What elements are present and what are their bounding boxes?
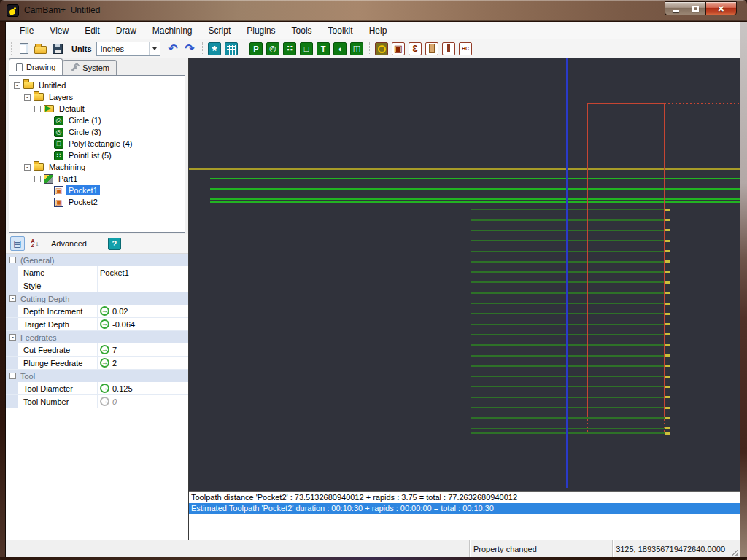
units-combobox[interactable]: Inches bbox=[96, 42, 160, 56]
property-value[interactable]: →0.125 bbox=[98, 382, 188, 394]
tree-item-pointlist-5-[interactable]: ∷PointList (5) bbox=[11, 149, 183, 161]
folder-icon bbox=[34, 93, 44, 101]
tree-item-untitled[interactable]: -Untitled bbox=[11, 79, 183, 91]
engrave-op-icon[interactable]: Ɛ bbox=[408, 42, 423, 56]
draw-arc-icon[interactable]: ◖ bbox=[333, 42, 348, 56]
draw-rectangle-icon[interactable]: □ bbox=[299, 42, 314, 56]
menu-item-edit[interactable]: Edit bbox=[77, 23, 108, 38]
menu-item-tools[interactable]: Tools bbox=[284, 23, 320, 38]
menu-item-plugins[interactable]: Plugins bbox=[239, 23, 283, 38]
tree-item-default[interactable]: -Default bbox=[11, 103, 183, 114]
draw-point-icon[interactable]: * bbox=[207, 42, 222, 56]
collapse-icon[interactable]: - bbox=[9, 373, 16, 379]
property-row-tool-diameter: Tool Diameter→0.125 bbox=[6, 382, 188, 395]
tree-item-part1[interactable]: -Part1 bbox=[11, 173, 183, 184]
collapse-icon[interactable]: - bbox=[34, 176, 41, 182]
property-value[interactable]: →0.02 bbox=[98, 305, 188, 317]
property-section--general-[interactable]: -(General) bbox=[6, 254, 188, 266]
menu-item-help[interactable]: Help bbox=[361, 23, 395, 38]
draw-text-icon[interactable]: T bbox=[316, 42, 331, 56]
redo-icon[interactable]: ↷ bbox=[182, 42, 198, 56]
collapse-icon[interactable]: - bbox=[24, 164, 31, 171]
maximize-button[interactable] bbox=[686, 1, 705, 15]
property-section-feedrates[interactable]: -Feedrates bbox=[6, 331, 188, 343]
tree-item-circle-3-[interactable]: ◎Circle (3) bbox=[11, 126, 183, 138]
caption-buttons: × bbox=[665, 1, 737, 15]
menu-item-machining[interactable]: Machining bbox=[144, 23, 201, 38]
collapse-icon[interactable]: - bbox=[14, 82, 20, 89]
folder-icon bbox=[23, 82, 34, 89]
tree-item-label: Part1 bbox=[56, 174, 80, 184]
pocket-op-icon[interactable]: ▣ bbox=[391, 42, 406, 56]
tree-item-circle-1-[interactable]: ◎Circle (1) bbox=[11, 114, 183, 126]
tree-item-polyrectangle-4-[interactable]: □PolyRectangle (4) bbox=[11, 138, 183, 149]
menu-item-draw[interactable]: Draw bbox=[108, 23, 144, 38]
window-frame-bottom bbox=[0, 557, 747, 560]
drill-op-icon[interactable] bbox=[425, 42, 440, 56]
minimize-button[interactable] bbox=[665, 1, 686, 15]
categorized-view-button[interactable]: ▤ bbox=[10, 236, 25, 251]
app-logo-icon bbox=[7, 4, 19, 17]
property-row-tool-number: Tool Number→0 bbox=[6, 395, 188, 408]
property-value[interactable]: →0 bbox=[98, 395, 188, 408]
save-file-icon[interactable] bbox=[50, 42, 65, 56]
tree-item-pocket2[interactable]: ▣Pocket2 bbox=[11, 196, 183, 208]
new-file-icon bbox=[20, 43, 28, 54]
alphabetical-sort-button[interactable]: AZ ↓ bbox=[28, 236, 42, 251]
property-toolbar-separator bbox=[98, 238, 98, 249]
property-value-text: 0.02 bbox=[112, 307, 128, 316]
property-section-cutting-depth[interactable]: -Cutting Depth bbox=[6, 292, 188, 305]
menu-item-script[interactable]: Script bbox=[201, 23, 239, 38]
tree-item-machining[interactable]: -Machining bbox=[11, 161, 183, 173]
pocket-op-icon: ▣ bbox=[392, 42, 405, 55]
maximize-icon bbox=[692, 6, 699, 12]
grid-icon[interactable] bbox=[224, 42, 239, 56]
toolbar-separator bbox=[244, 42, 244, 55]
new-file-icon[interactable] bbox=[16, 42, 31, 56]
property-value[interactable]: →7 bbox=[98, 343, 188, 356]
draw-circle-icon[interactable]: ◎ bbox=[266, 42, 281, 56]
open-file-icon[interactable] bbox=[33, 42, 48, 56]
property-value[interactable]: Pocket1 bbox=[98, 266, 188, 279]
tree-item-label: Pocket1 bbox=[66, 185, 100, 195]
property-value[interactable]: →-0.064 bbox=[98, 318, 188, 330]
titlebar[interactable]: CamBam+ Untitled × bbox=[0, 0, 747, 22]
pointlist-icon: ∷ bbox=[54, 151, 63, 160]
tree-item-layers[interactable]: -Layers bbox=[11, 91, 183, 103]
toolpath-canvas[interactable] bbox=[189, 58, 740, 491]
chevron-down-icon[interactable] bbox=[149, 42, 160, 55]
gcode-file-icon[interactable]: HC bbox=[458, 42, 473, 56]
resize-grip[interactable] bbox=[728, 540, 740, 557]
property-value[interactable]: →2 bbox=[98, 357, 188, 369]
polyrect-icon: □ bbox=[54, 139, 63, 149]
property-label: Plunge Feedrate bbox=[18, 357, 98, 369]
collapse-icon[interactable]: - bbox=[9, 334, 16, 341]
draw-surface-icon[interactable]: ◫ bbox=[349, 42, 365, 56]
property-section-tool[interactable]: -Tool bbox=[6, 370, 188, 382]
tab-system[interactable]: System bbox=[63, 60, 117, 75]
advanced-button[interactable]: Advanced bbox=[45, 239, 93, 248]
collapse-icon[interactable]: - bbox=[9, 257, 16, 263]
units-value: Inches bbox=[101, 44, 124, 53]
profile-op-icon[interactable] bbox=[441, 42, 457, 56]
menu-item-file[interactable]: File bbox=[12, 23, 42, 38]
undo-icon[interactable]: ↶ bbox=[166, 42, 181, 56]
property-section-label: (General) bbox=[20, 256, 54, 265]
menu-item-view[interactable]: View bbox=[42, 23, 77, 38]
property-label: Target Depth bbox=[18, 318, 98, 330]
collapse-icon[interactable]: - bbox=[24, 94, 31, 101]
help-button[interactable]: ? bbox=[108, 238, 121, 250]
collapse-icon[interactable]: - bbox=[34, 106, 41, 112]
lathe-op-icon[interactable] bbox=[374, 42, 390, 56]
left-panel: Drawing System -Untitled-Layers-Default◎… bbox=[6, 58, 188, 540]
menu-item-toolkit[interactable]: Toolkit bbox=[320, 23, 361, 38]
draw-pointlist-icon[interactable]: ∷ bbox=[282, 42, 298, 56]
property-value[interactable] bbox=[98, 279, 188, 292]
collapse-icon[interactable]: - bbox=[9, 295, 16, 302]
close-button[interactable]: × bbox=[705, 1, 737, 15]
property-toolbar: ▤ AZ ↓ Advanced ? bbox=[6, 234, 188, 254]
draw-polyline-icon[interactable]: P bbox=[249, 42, 264, 56]
property-value-text: 2 bbox=[112, 359, 117, 368]
tree-item-pocket1[interactable]: ▣Pocket1 bbox=[11, 184, 183, 196]
tab-drawing[interactable]: Drawing bbox=[9, 58, 63, 75]
